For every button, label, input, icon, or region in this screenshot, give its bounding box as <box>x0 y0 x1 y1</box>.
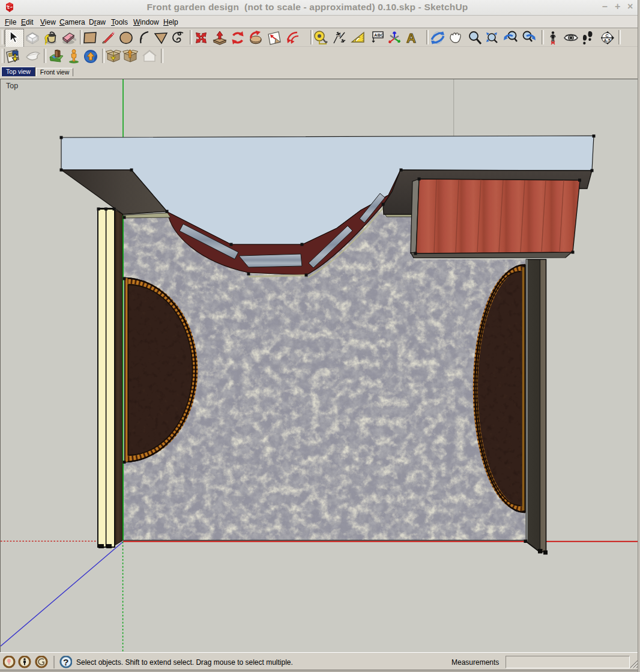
svg-text:?: ? <box>63 657 68 667</box>
svg-text:A: A <box>406 31 416 46</box>
svg-text:ABC: ABC <box>374 32 384 38</box>
svg-text:C: C <box>606 34 609 38</box>
svg-text:3: 3 <box>338 32 341 38</box>
svg-text:A-5: A-5 <box>604 38 611 43</box>
